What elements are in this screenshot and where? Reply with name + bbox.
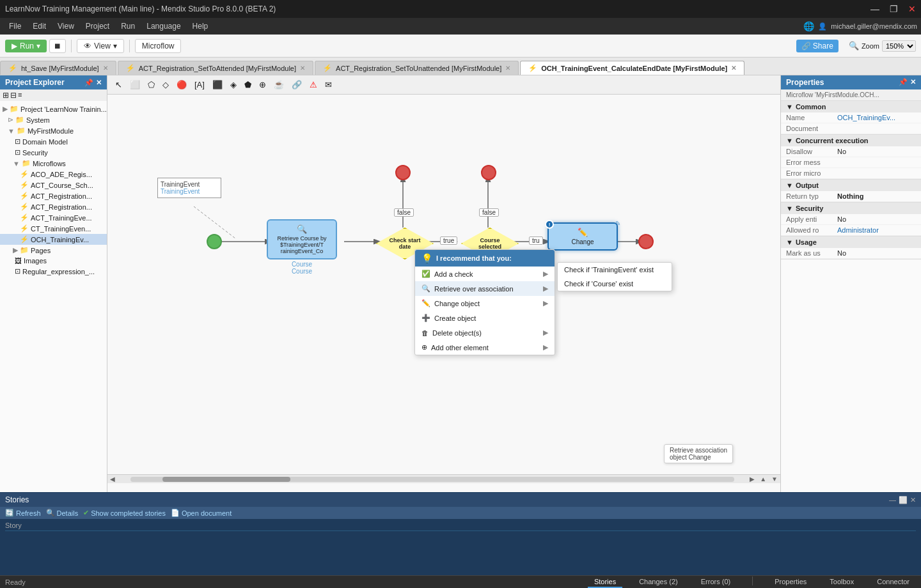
tab-act-attended[interactable]: ⚡ ACT_Registration_SetToAttended [MyFirs… <box>118 61 313 75</box>
filter-icon[interactable]: ≡ <box>18 91 22 100</box>
end-node-1[interactable] <box>395 165 411 180</box>
ctx-add-check[interactable]: ✅ Add a check ▶ <box>415 267 555 281</box>
tab-close-3[interactable]: ✕ <box>505 65 510 72</box>
statusbar-tab-toolbox[interactable]: Toolbox <box>823 576 860 588</box>
prop-section-common-header[interactable]: ▼ Common <box>781 101 921 112</box>
tree-security[interactable]: ⊡ Security <box>0 147 107 158</box>
change-node[interactable]: ✏️ Change ! ✎ <box>547 222 618 251</box>
explorer-pin-icon[interactable]: 📌 <box>84 79 93 87</box>
bottom-panel-float-icon[interactable]: ⬜ <box>899 496 908 504</box>
tree-ct-training[interactable]: ⚡ CT_TrainingEven... <box>0 223 107 234</box>
decision-tool[interactable]: ◇ <box>160 79 171 91</box>
tab-ht-save[interactable]: ⚡ ht_Save [MyFirstModule] ✕ <box>0 61 116 75</box>
tree-system[interactable]: ⊳ 📁 System <box>0 114 107 125</box>
window-controls[interactable]: — ❐ ✕ <box>870 4 916 14</box>
tree-aco[interactable]: ⚡ ACO_ADE_Regis... <box>0 169 107 180</box>
statusbar-tab-connector[interactable]: Connector <box>870 576 916 588</box>
scroll-right-btn[interactable]: ▶ <box>747 476 757 483</box>
scroll-thumb[interactable] <box>162 477 290 482</box>
action-tool[interactable]: ⬛ <box>210 79 225 91</box>
ctx-create-obj[interactable]: ➕ Create object <box>415 311 555 325</box>
list-tool[interactable]: ◈ <box>228 79 239 91</box>
tree-regex[interactable]: ⊡ Regular_expression_... <box>0 266 107 277</box>
tree-act-reg2[interactable]: ⚡ ACT_Registration... <box>0 201 107 212</box>
open-document-button[interactable]: 📄 Open document <box>171 509 232 517</box>
maximize-btn[interactable]: ❐ <box>890 4 898 14</box>
scroll-up-btn[interactable]: ▲ <box>757 476 769 483</box>
statusbar-tab-properties[interactable]: Properties <box>768 576 813 588</box>
bottom-panel-close-icon[interactable]: ✕ <box>910 496 916 504</box>
show-completed-button[interactable]: ✔ Show completed stories <box>83 509 166 517</box>
details-button[interactable]: 🔍 Details <box>46 509 79 517</box>
view-dropdown-icon[interactable]: ▾ <box>113 42 117 50</box>
prop-section-usage-header[interactable]: ▼ Usage <box>781 236 921 248</box>
route-tool[interactable]: ⬠ <box>145 79 157 91</box>
tree-project-root[interactable]: ▶ 📁 Project 'LearnNow Trainin... <box>0 104 107 114</box>
tree-och-training[interactable]: ⚡ OCH_TrainingEv... <box>0 234 107 245</box>
microflow-canvas[interactable]: TrainingEvent TrainingEvent 🔍 Retrieve C… <box>107 95 780 483</box>
expand-all-icon[interactable]: ⊞ <box>3 91 9 100</box>
scroll-track[interactable] <box>130 477 734 482</box>
menu-language[interactable]: Language <box>141 20 185 32</box>
end-node-3[interactable] <box>638 234 654 249</box>
tab-close-2[interactable]: ✕ <box>300 65 305 72</box>
start-node[interactable] <box>207 234 222 249</box>
change-edit-icon[interactable]: ✎ <box>615 220 620 227</box>
tree-act-course[interactable]: ⚡ ACT_Course_Sch... <box>0 180 107 190</box>
tree-domain-model[interactable]: ⊡ Domain Model <box>0 136 107 147</box>
menu-edit[interactable]: Edit <box>28 20 51 32</box>
tree-act-reg1[interactable]: ⚡ ACT_Registration... <box>0 190 107 201</box>
error-tool[interactable]: ⚠ <box>307 79 320 91</box>
scroll-left-btn[interactable]: ◀ <box>107 476 118 483</box>
minimize-btn[interactable]: — <box>870 4 879 14</box>
tab-close-4[interactable]: ✕ <box>731 65 736 72</box>
tree-images[interactable]: 🖼 Images <box>0 256 107 266</box>
refresh-button[interactable]: 🔄 Refresh <box>5 509 41 517</box>
menu-view[interactable]: View <box>52 20 79 32</box>
prop-name-value[interactable]: OCH_TrainingEv... <box>837 114 916 121</box>
menu-help[interactable]: Help <box>187 20 214 32</box>
explorer-close-icon[interactable]: ✕ <box>96 79 102 87</box>
prop-section-concurrent-header[interactable]: ▼ Concurrent execution <box>781 135 921 146</box>
cast-tool[interactable]: ⊕ <box>256 79 269 91</box>
stop-button[interactable]: ⏹ <box>49 39 66 53</box>
share-button[interactable]: 🔗 Share <box>796 40 838 52</box>
ctx-delete-obj[interactable]: 🗑 Delete object(s) ▶ <box>415 325 555 340</box>
properties-close-icon[interactable]: ✕ <box>910 78 916 87</box>
bottom-panel-collapse-icon[interactable]: — <box>889 496 896 504</box>
zoom-select[interactable]: 150% 100% 75% 50% <box>882 40 916 52</box>
close-btn[interactable]: ✕ <box>908 4 916 14</box>
prop-section-output-header[interactable]: ▼ Output <box>781 180 921 191</box>
menu-run[interactable]: Run <box>116 20 140 32</box>
loop-tool[interactable]: [A] <box>192 79 207 91</box>
prop-allowedro-value[interactable]: Administrator <box>837 226 916 234</box>
horizontal-scrollbar[interactable]: ◀ ▶ ▲ ▼ <box>107 474 780 483</box>
end-node-2[interactable] <box>481 165 496 180</box>
tab-och-active[interactable]: ⚡ OCH_TrainingEvent_CalculateEndDate [My… <box>520 61 744 75</box>
select-tool[interactable]: ⬜ <box>127 79 143 91</box>
tab-close-1[interactable]: ✕ <box>103 65 108 72</box>
tree-microflows[interactable]: ▼ 📁 Microflows <box>0 158 107 169</box>
ctx-change-obj[interactable]: ✏️ Change object ▶ <box>415 296 555 311</box>
ctx-add-other[interactable]: ⊕ Add other element ▶ <box>415 340 555 355</box>
view-button[interactable]: 👁 View ▾ <box>77 39 124 53</box>
submenu-check-course[interactable]: Check if 'Course' exist <box>558 277 672 291</box>
end-tool[interactable]: 🔴 <box>174 79 189 91</box>
statusbar-tab-stories[interactable]: Stories <box>588 576 622 588</box>
connector-tool[interactable]: 🔗 <box>289 79 304 91</box>
tree-act-training[interactable]: ⚡ ACT_TrainingEve... <box>0 212 107 223</box>
run-dropdown-icon[interactable]: ▾ <box>36 42 40 50</box>
properties-pin-icon[interactable]: 📌 <box>899 78 908 87</box>
message-tool[interactable]: ✉ <box>322 79 335 91</box>
submenu-check-training[interactable]: Check if 'TrainingEvent' exist <box>558 263 672 277</box>
prop-section-security-header[interactable]: ▼ Security <box>781 203 921 214</box>
tab-act-unattended[interactable]: ⚡ ACT_Registration_SetToUnattended [MyFi… <box>315 61 519 75</box>
tree-pages[interactable]: ▶ 📁 Pages <box>0 245 107 256</box>
retrieve-course-node[interactable]: 🔍 Retrieve Course by $TrainingEvent/T ra… <box>267 219 337 275</box>
tree-myfirstmodule[interactable]: ▼ 📁 MyFirstModule <box>0 125 107 136</box>
statusbar-tab-errors[interactable]: Errors (0) <box>695 576 737 588</box>
scroll-down-btn[interactable]: ▼ <box>769 476 780 483</box>
statusbar-tab-changes[interactable]: Changes (2) <box>633 576 684 588</box>
java-tool[interactable]: ☕ <box>271 79 287 91</box>
menu-project[interactable]: Project <box>81 20 114 32</box>
